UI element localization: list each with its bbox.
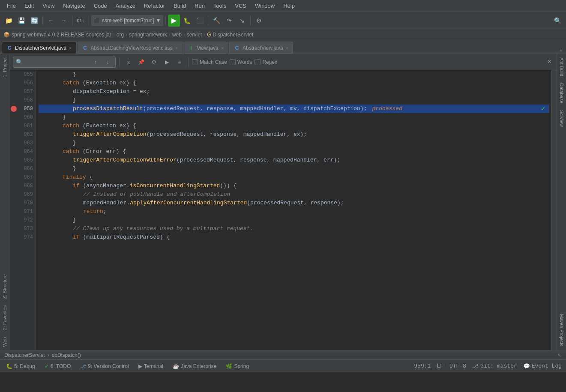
back-btn[interactable]: ← [45,15,57,27]
tab-abstractcaching[interactable]: C AbstractCachingViewResolver.class × [78,42,183,54]
status-lf[interactable]: LF [434,362,446,370]
pin-btn[interactable]: 📌 [136,57,146,67]
sync-btn[interactable]: 🔄 [28,15,40,27]
je-tab-icon: ☕ [173,363,179,369]
ln-970: 970 [21,199,33,207]
bc-web[interactable]: web [172,32,182,38]
code-line-955: } [39,70,549,79]
find-prev-btn[interactable]: ↑ [90,57,101,67]
code-line-961: catch (Exception ex) { [39,122,549,130]
vcs-tab-label: 9: Version Control [88,363,129,369]
run-btn[interactable]: ▶ [168,15,180,27]
scrollbar-track[interactable] [551,70,557,350]
ln-965: 965 [21,156,33,165]
forward-btn[interactable]: → [58,15,70,27]
sidebar-tab-database[interactable]: Database [558,80,565,107]
bc-springframework[interactable]: springframework [129,32,167,38]
sidebar-tab-sciview[interactable]: SciView [558,107,565,130]
tab-close-2[interactable]: × [221,45,224,51]
vcs-update-btn[interactable]: 01↓ [75,15,87,27]
ln-960: 960 [21,113,33,122]
tab-vcs[interactable]: ⎇ 9: Version Control [76,361,133,372]
search-everywhere-btn[interactable]: 🔍 [551,15,563,27]
match-case-checkbox[interactable] [192,59,198,65]
open-folder-btn[interactable]: 📁 [3,15,15,27]
find-next-btn[interactable]: ↓ [102,57,113,67]
stop-btn[interactable]: ⬛ [194,15,206,27]
run-config-selector[interactable]: ⬛ ssm-web [tomcat7:run] ▼ [91,15,163,26]
tab-abstractview[interactable]: C AbstractView.java × [229,42,293,54]
menu-view[interactable]: View [39,2,58,10]
menu-build[interactable]: Build [170,2,189,10]
status-encoding[interactable]: UTF-8 [447,362,469,370]
filter-btn[interactable]: ⧖ [123,57,133,67]
cursor-icon: ↖ [557,352,562,358]
menu-vcs[interactable]: VCS [231,2,250,10]
tab-close-3[interactable]: × [286,45,288,51]
tabs-actions: ≡ [560,48,564,54]
find-nav-btn[interactable]: ▶ [162,57,172,67]
tab-java-enterprise[interactable]: ☕ Java Enterprise [168,361,221,372]
build-btn[interactable]: 🔨 [210,15,222,27]
status-position[interactable]: 959:1 [411,362,433,370]
words-label[interactable]: Words [230,59,252,65]
menu-tools[interactable]: Tools [210,2,230,10]
words-checkbox[interactable] [230,59,236,65]
settings-btn[interactable]: ⚙ [253,15,265,27]
ln-971: 971 [21,207,33,216]
menu-navigate[interactable]: Navigate [60,2,88,10]
tab-list-btn[interactable]: ≡ [560,48,563,54]
tab-dispatcherservlet[interactable]: C DispatcherServlet.java × [2,42,77,54]
find-input[interactable] [24,59,89,65]
sidebar-tab-project[interactable]: 1: Project [1,54,8,81]
bc-method-bottom[interactable]: doDispatch() [52,352,81,358]
menu-code[interactable]: Code [90,2,111,10]
tab-debug[interactable]: 🐛 5: Debug [2,361,39,372]
left-panel: 1: Project Z: Structure 2: Favorites Web [0,54,9,350]
code-content[interactable]: } catch (Exception ex) { dispatchExcepti… [36,70,551,350]
tab-close-0[interactable]: × [69,45,72,51]
menu-window[interactable]: Window [252,2,278,10]
sidebar-tab-structure[interactable]: Z: Structure [1,271,8,302]
sidebar-tab-web[interactable]: Web [1,334,8,350]
tab-close-1[interactable]: × [175,45,178,51]
status-git[interactable]: ⎇ Git: master [470,362,520,371]
find-nav2-btn[interactable]: ≡ [174,57,185,67]
bc-servlet[interactable]: servlet [187,32,202,38]
regex-checkbox[interactable] [255,59,261,65]
menu-help[interactable]: Help [280,2,298,10]
bc-class-bottom[interactable]: DispatcherServlet [4,352,45,358]
step-into-btn[interactable]: ↘ [236,15,248,27]
sidebar-tab-favorites[interactable]: 2: Favorites [1,302,8,333]
breakpoint-959[interactable] [11,106,17,112]
eventlog-text: Event Log [532,363,562,369]
bc-org[interactable]: org [117,32,124,38]
step-over-btn[interactable]: ↷ [223,15,235,27]
tab-spring[interactable]: 🌿 Spring [222,361,253,372]
find-close-btn[interactable]: × [545,58,553,66]
bc-sep3: › [169,32,171,38]
settings-find-btn[interactable]: ⚙ [149,57,159,67]
tab-label-3: AbstractView.java [243,45,283,51]
tab-todo[interactable]: ✓ 6: TODO [40,361,75,372]
menu-run[interactable]: Run [191,2,208,10]
debug-btn[interactable]: 🐛 [181,15,193,27]
bc-jar[interactable]: spring-webmvc-4.0.2.RELEASE-sources.jar [12,32,111,38]
menu-analyze[interactable]: Analyze [112,2,139,10]
tab-view[interactable]: I View.java × [183,42,228,54]
menu-refactor[interactable]: Refactor [141,2,168,10]
regex-label[interactable]: Regex [255,59,277,65]
bottom-tabs: 🐛 5: Debug ✓ 6: TODO ⎇ 9: Version Contro… [0,359,566,372]
ln-959: 959 [21,105,33,113]
todo-tab-label: 6: TODO [51,363,71,369]
tab-terminal[interactable]: ▶ Terminal [134,361,168,372]
bc-class[interactable]: DispatcherServlet [213,32,254,38]
match-case-label[interactable]: Match Case [192,59,227,65]
tab-label-1: AbstractCachingViewResolver.class [91,45,173,51]
menu-file[interactable]: File [3,2,19,10]
sidebar-tab-maven[interactable]: Maven Projects [558,311,565,350]
menu-edit[interactable]: Edit [21,2,37,10]
save-btn[interactable]: 💾 [15,15,27,27]
sidebar-tab-ant[interactable]: Ant Build [558,54,565,80]
status-eventlog[interactable]: 💬 Event Log [521,362,564,371]
